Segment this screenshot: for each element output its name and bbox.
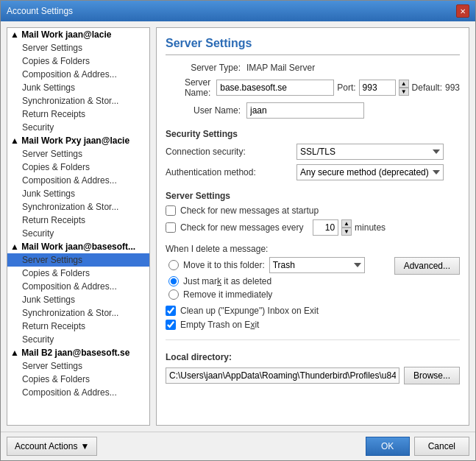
account-tree-panel: ▲ Mail Work jaan@lacie Server Settings C… bbox=[7, 27, 150, 426]
sidebar-item-receipts-3[interactable]: Return Receipts bbox=[7, 320, 149, 333]
bottom-bar: Account Actions ▼ OK Cancel bbox=[1, 432, 475, 460]
server-name-input[interactable] bbox=[216, 80, 334, 96]
advanced-button[interactable]: Advanced... bbox=[394, 257, 460, 275]
remove-radio[interactable] bbox=[168, 289, 179, 300]
mark-deleted-radio[interactable] bbox=[168, 276, 179, 286]
sidebar-item-copies-1[interactable]: Copies & Folders bbox=[7, 54, 149, 68]
local-dir-input[interactable] bbox=[166, 367, 399, 384]
sidebar-item-server-settings-4[interactable]: Server Settings bbox=[7, 359, 149, 373]
browse-button[interactable]: Browse... bbox=[404, 367, 460, 384]
ok-button[interactable]: OK bbox=[366, 437, 410, 456]
sidebar-item-composition-2[interactable]: Composition & Addres... bbox=[7, 174, 149, 187]
move-folder-row: Move it to this folder: Trash bbox=[166, 257, 394, 273]
empty-trash-checkbox[interactable] bbox=[166, 320, 176, 330]
cleanup-row: Clean up ("Expunge") Inbox on Exit bbox=[166, 306, 460, 316]
minutes-spin-up[interactable]: ▲ bbox=[341, 219, 352, 228]
sidebar-item-server-settings-3[interactable]: Server Settings bbox=[7, 253, 149, 267]
settings-panel: Server Settings Server Type: IMAP Mail S… bbox=[156, 27, 469, 426]
check-every-label: Check for new messages every bbox=[180, 222, 308, 233]
local-dir-title: Local directory: bbox=[166, 352, 460, 362]
mark-deleted-row: Just mark it as deleted bbox=[166, 276, 394, 286]
cancel-button[interactable]: Cancel bbox=[414, 437, 469, 456]
empty-trash-label: Empty Trash on Exit bbox=[180, 320, 259, 330]
delete-section: Move it to this folder: Trash Just mark … bbox=[166, 257, 460, 303]
server-name-port-group: Port: ▲ ▼ Default: 993 bbox=[216, 80, 460, 96]
connection-security-select[interactable]: SSL/TLS STARTTLS None bbox=[296, 144, 444, 160]
check-startup-label[interactable]: Check for new messages at startup bbox=[180, 205, 319, 216]
sidebar-item-junk-2[interactable]: Junk Settings bbox=[7, 187, 149, 200]
account-item-mailwork-lacie[interactable]: ▲ Mail Work jaan@lacie bbox=[7, 28, 149, 41]
sidebar-item-sync-1[interactable]: Synchronization & Stor... bbox=[7, 94, 149, 108]
check-startup-checkbox[interactable] bbox=[166, 205, 176, 216]
auth-method-row: Authentication method: Any secure method… bbox=[166, 164, 460, 180]
local-dir-row: Browse... bbox=[166, 367, 460, 384]
sidebar-item-composition-4[interactable]: Composition & Addres... bbox=[7, 386, 149, 399]
check-every-checkbox[interactable] bbox=[166, 222, 176, 233]
account-item-mailwork-basesoft[interactable]: ▲ Mail Work jaan@basesoft... bbox=[7, 240, 149, 253]
remove-row: Remove it immediately bbox=[166, 289, 394, 300]
mark-deleted-label: Just mark it as deleted bbox=[183, 276, 271, 286]
content-area: ▲ Mail Work jaan@lacie Server Settings C… bbox=[1, 21, 475, 432]
account-tree[interactable]: ▲ Mail Work jaan@lacie Server Settings C… bbox=[7, 28, 149, 425]
sidebar-item-composition-1[interactable]: Composition & Addres... bbox=[7, 68, 149, 81]
sidebar-item-sync-3[interactable]: Synchronization & Stor... bbox=[7, 306, 149, 320]
username-label: User Name: bbox=[166, 105, 246, 116]
cleanup-checkbox[interactable] bbox=[166, 306, 176, 316]
connection-security-label: Connection security: bbox=[166, 147, 291, 157]
sidebar-item-security-1[interactable]: Security bbox=[7, 121, 149, 134]
default-label: Default: bbox=[412, 82, 442, 93]
username-row: User Name: bbox=[166, 102, 460, 119]
sidebar-item-junk-3[interactable]: Junk Settings bbox=[7, 293, 149, 306]
sidebar-item-receipts-1[interactable]: Return Receipts bbox=[7, 108, 149, 121]
sidebar-item-copies-2[interactable]: Copies & Folders bbox=[7, 161, 149, 174]
check-every-group: ▲ ▼ minutes bbox=[313, 219, 386, 236]
check-every-input[interactable] bbox=[313, 219, 338, 236]
move-folder-radio[interactable] bbox=[168, 260, 179, 270]
sidebar-item-composition-3[interactable]: Composition & Addres... bbox=[7, 280, 149, 293]
account-item-mailwork-pxy[interactable]: ▲ Mail Work Pxy jaan@lacie bbox=[7, 134, 149, 147]
close-button[interactable]: ✕ bbox=[456, 4, 469, 18]
server-type-label: Server Type: bbox=[166, 63, 246, 73]
sidebar-item-copies-4[interactable]: Copies & Folders bbox=[7, 373, 149, 386]
port-label: Port: bbox=[337, 82, 355, 93]
sidebar-item-server-settings-1[interactable]: Server Settings bbox=[7, 41, 149, 54]
account-actions-arrow: ▼ bbox=[80, 441, 89, 451]
server-settings-title: Server Settings bbox=[166, 191, 460, 201]
cleanup-label[interactable]: Clean up ("Expunge") Inbox on Exit bbox=[180, 306, 319, 316]
account-actions-label: Account Actions bbox=[15, 441, 77, 451]
window-title: Account Settings bbox=[7, 6, 73, 16]
username-input[interactable] bbox=[246, 102, 364, 119]
remove-label[interactable]: Remove it immediately bbox=[183, 289, 272, 300]
sidebar-item-sync-2[interactable]: Synchronization & Stor... bbox=[7, 200, 149, 214]
account-item-mailb2[interactable]: ▲ Mail B2 jaan@basesoft.se bbox=[7, 346, 149, 359]
sidebar-item-security-2[interactable]: Security bbox=[7, 227, 149, 240]
minutes-label: minutes bbox=[355, 222, 386, 233]
security-settings-title: Security Settings bbox=[166, 129, 460, 139]
minutes-spin-down[interactable]: ▼ bbox=[341, 228, 352, 236]
ok-cancel-group: OK Cancel bbox=[366, 437, 469, 456]
sidebar-item-security-3[interactable]: Security bbox=[7, 333, 149, 346]
sidebar-item-junk-1[interactable]: Junk Settings bbox=[7, 81, 149, 94]
panel-title: Server Settings bbox=[166, 37, 460, 55]
port-spin-down[interactable]: ▼ bbox=[399, 88, 409, 96]
port-spinner[interactable]: ▲ ▼ bbox=[399, 80, 409, 96]
folder-select[interactable]: Trash bbox=[269, 257, 365, 273]
port-input[interactable] bbox=[359, 80, 396, 96]
default-value: 993 bbox=[445, 82, 460, 93]
sidebar-item-copies-3[interactable]: Copies & Folders bbox=[7, 267, 149, 280]
local-dir-section: Local directory: Browse... bbox=[166, 339, 460, 384]
server-type-value: IMAP Mail Server bbox=[246, 63, 315, 73]
port-spin-up[interactable]: ▲ bbox=[399, 80, 409, 88]
auth-method-label: Authentication method: bbox=[166, 167, 291, 177]
account-actions-button[interactable]: Account Actions ▼ bbox=[7, 437, 97, 456]
server-name-label: Server Name: bbox=[166, 77, 216, 98]
sidebar-item-receipts-2[interactable]: Return Receipts bbox=[7, 214, 149, 227]
auth-method-select[interactable]: Any secure method (deprecated) Normal pa… bbox=[296, 164, 444, 180]
account-settings-window: Account Settings ✕ ▲ Mail Work jaan@laci… bbox=[0, 0, 476, 461]
title-bar: Account Settings ✕ bbox=[1, 1, 475, 21]
sidebar-item-server-settings-2[interactable]: Server Settings bbox=[7, 147, 149, 161]
move-folder-label[interactable]: Move it to this folder: bbox=[183, 260, 265, 270]
server-name-row: Server Name: Port: ▲ ▼ Default: 993 bbox=[166, 77, 460, 98]
minutes-spinner[interactable]: ▲ ▼ bbox=[341, 219, 352, 236]
check-every-row: Check for new messages every ▲ ▼ minutes bbox=[166, 219, 460, 236]
